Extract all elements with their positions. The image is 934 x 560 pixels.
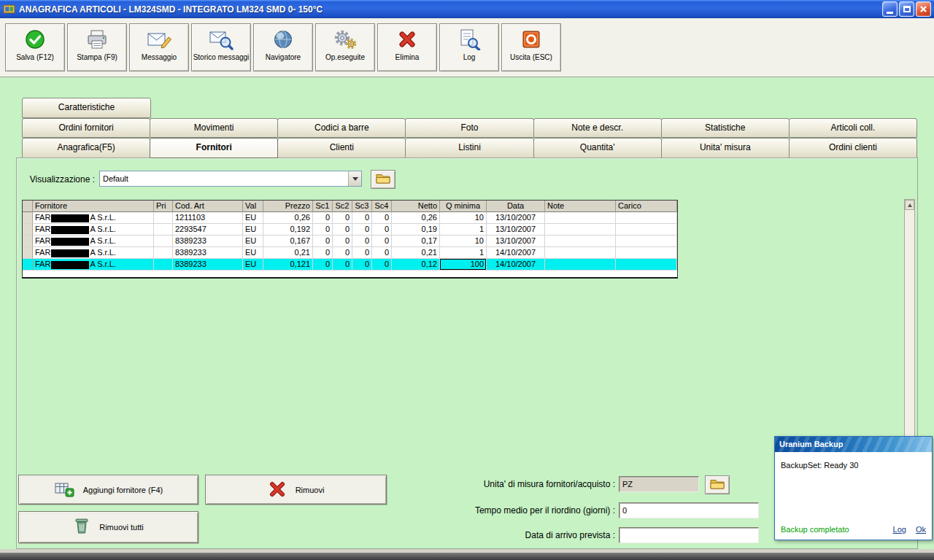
tab-listini[interactable]: Listini	[405, 138, 533, 158]
tab-fornitori[interactable]: Fornitori	[150, 138, 278, 158]
tab-anagrafica[interactable]: Anagrafica(F5)	[22, 138, 150, 158]
cell-sc3[interactable]: 0	[352, 247, 372, 259]
cell-qmin[interactable]: 1	[440, 247, 487, 259]
column-header-cod[interactable]: Cod. Art	[173, 201, 243, 212]
cell-sc1[interactable]: 0	[313, 247, 333, 259]
column-header-val[interactable]: Val	[243, 201, 263, 212]
cell-qmin[interactable]: 100	[440, 259, 487, 271]
table-row[interactable]: FARA S.r.L.2293547EU0,19200000,19113/10/…	[23, 224, 677, 236]
cell-cod[interactable]: 2293547	[173, 224, 243, 236]
cell-sc3[interactable]: 0	[352, 212, 372, 224]
add-supplier-button[interactable]: Aggiungi fornitore (F4)	[18, 475, 198, 505]
cell-netto[interactable]: 0,21	[392, 247, 440, 259]
column-header-sc3[interactable]: Sc3	[352, 201, 372, 212]
cell-sc3[interactable]: 0	[352, 236, 372, 247]
remove-supplier-button[interactable]: Rimuovi	[205, 475, 387, 505]
cell-sel[interactable]	[23, 212, 33, 224]
view-folder-button[interactable]	[371, 170, 395, 189]
backup-titlebar[interactable]: Uranium Backup	[775, 437, 932, 452]
cell-pri[interactable]	[154, 236, 173, 247]
cell-data[interactable]: 14/10/2007	[487, 259, 545, 271]
cell-sc4[interactable]: 0	[372, 212, 392, 224]
cell-netto[interactable]: 0,26	[392, 212, 440, 224]
cell-netto[interactable]: 0,12	[392, 259, 440, 271]
column-header-sc2[interactable]: Sc2	[333, 201, 352, 212]
cell-carico[interactable]	[616, 247, 677, 259]
backup-log-link[interactable]: Log	[893, 525, 906, 534]
cell-netto[interactable]: 0,19	[392, 224, 440, 236]
cell-qmin[interactable]: 10	[440, 236, 487, 247]
combo-dropdown-button[interactable]	[348, 171, 361, 186]
maximize-button[interactable]	[899, 1, 914, 17]
vertical-scrollbar[interactable]	[904, 199, 915, 473]
reorder-time-field[interactable]: 0	[619, 502, 759, 518]
cell-sc1[interactable]: 0	[313, 212, 333, 224]
cell-prezzo[interactable]: 0,167	[263, 236, 313, 247]
cell-carico[interactable]	[616, 236, 677, 247]
unit-of-measure-field[interactable]: PZ	[619, 476, 699, 492]
column-header-pri[interactable]: Pri	[154, 201, 173, 212]
cell-note[interactable]	[545, 259, 616, 271]
column-header-netto[interactable]: Netto	[392, 201, 440, 212]
tab-codici-a-barre[interactable]: Codici a barre	[277, 118, 406, 138]
cell-qmin[interactable]: 10	[440, 212, 487, 224]
cell-sel[interactable]	[23, 236, 33, 247]
cell-sc3[interactable]: 0	[352, 224, 372, 236]
remove-all-button[interactable]: Rimuovi tutti	[18, 511, 198, 543]
cell-data[interactable]: 14/10/2007	[487, 247, 545, 259]
column-header-note[interactable]: Note	[545, 201, 616, 212]
cell-data[interactable]: 13/10/2007	[487, 236, 545, 247]
cell-pri[interactable]	[154, 212, 173, 224]
column-header-carico[interactable]: Carico	[616, 201, 677, 212]
cell-val[interactable]: EU	[243, 212, 263, 224]
cell-carico[interactable]	[616, 259, 677, 271]
cell-carico[interactable]	[616, 224, 677, 236]
tab-quantita[interactable]: Quantita'	[533, 138, 662, 158]
cell-val[interactable]: EU	[243, 236, 263, 247]
tab-statistiche[interactable]: Statistiche	[661, 118, 790, 138]
cell-note[interactable]	[545, 247, 616, 259]
column-header-data[interactable]: Data	[487, 201, 545, 212]
cell-data[interactable]: 13/10/2007	[487, 212, 545, 224]
messaggio-button[interactable]: Messaggio	[129, 23, 189, 71]
cell-fornitore[interactable]: FARA S.r.L.	[33, 236, 154, 247]
cell-fornitore[interactable]: FARA S.r.L.	[33, 212, 154, 224]
table-row[interactable]: FARA S.r.L.8389233EU0,12100000,1210014/1…	[23, 259, 677, 271]
tab-ordini-clienti[interactable]: Ordini clienti	[789, 138, 917, 158]
cell-prezzo[interactable]: 0,121	[263, 259, 313, 271]
cell-note[interactable]	[545, 236, 616, 247]
cell-val[interactable]: EU	[243, 224, 263, 236]
stampa-button[interactable]: Stampa (F9)	[67, 23, 127, 71]
cell-cod[interactable]: 1211103	[173, 212, 243, 224]
unit-folder-button[interactable]	[705, 475, 730, 494]
cell-sel[interactable]	[23, 247, 33, 259]
cell-val[interactable]: EU	[243, 259, 263, 271]
cell-netto[interactable]: 0,17	[392, 236, 440, 247]
backup-ok-link[interactable]: Ok	[916, 525, 926, 534]
cell-sc2[interactable]: 0	[333, 236, 352, 247]
tab-foto[interactable]: Foto	[405, 118, 533, 138]
close-button[interactable]	[916, 1, 931, 17]
uscita-button[interactable]: Uscita (ESC)	[501, 23, 561, 71]
cell-cod[interactable]: 8389233	[173, 236, 243, 247]
cell-sc3[interactable]: 0	[352, 259, 372, 271]
table-row[interactable]: FARA S.r.L.1211103EU0,2600000,261013/10/…	[23, 212, 677, 224]
view-combobox[interactable]: Default	[99, 171, 362, 187]
tab-unita-misura[interactable]: Unita' misura	[661, 138, 790, 158]
tab-movimenti[interactable]: Movimenti	[150, 118, 278, 138]
cell-fornitore[interactable]: FARA S.r.L.	[33, 247, 154, 259]
cell-carico[interactable]	[616, 212, 677, 224]
cell-pri[interactable]	[154, 224, 173, 236]
cell-fornitore[interactable]: FARA S.r.L.	[33, 224, 154, 236]
column-header-qmin[interactable]: Q minima	[440, 201, 487, 212]
cell-prezzo[interactable]: 0,192	[263, 224, 313, 236]
table-row[interactable]: FARA S.r.L.8389233EU0,2100000,21114/10/2…	[23, 247, 677, 259]
cell-pri[interactable]	[154, 247, 173, 259]
cell-sc1[interactable]: 0	[313, 259, 333, 271]
column-header-sc4[interactable]: Sc4	[372, 201, 392, 212]
cell-sc1[interactable]: 0	[313, 224, 333, 236]
cell-cod[interactable]: 8389233	[173, 247, 243, 259]
cell-sel[interactable]	[23, 224, 33, 236]
tab-note-e-descr[interactable]: Note e descr.	[533, 118, 662, 138]
salva-button[interactable]: Salva (F12)	[5, 23, 65, 71]
